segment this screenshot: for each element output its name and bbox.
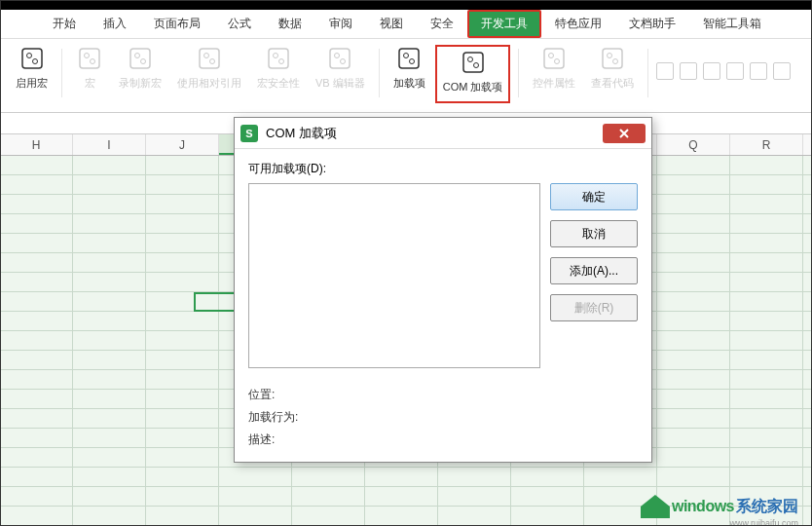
cell[interactable] bbox=[803, 351, 812, 370]
cell[interactable] bbox=[803, 175, 812, 195]
cell[interactable] bbox=[657, 351, 730, 370]
cell[interactable] bbox=[803, 331, 812, 351]
cell[interactable] bbox=[0, 448, 73, 468]
tab-11[interactable]: 智能工具箱 bbox=[689, 10, 775, 38]
cell[interactable] bbox=[73, 351, 146, 370]
cell[interactable] bbox=[0, 507, 73, 526]
cell[interactable] bbox=[803, 312, 812, 331]
cell[interactable] bbox=[73, 273, 146, 292]
column-header-J[interactable]: J bbox=[146, 134, 219, 155]
cell[interactable] bbox=[146, 331, 219, 351]
cell[interactable] bbox=[146, 487, 219, 507]
cell[interactable] bbox=[657, 273, 730, 292]
cell[interactable] bbox=[0, 273, 73, 292]
cell[interactable] bbox=[803, 448, 812, 468]
cell[interactable] bbox=[0, 331, 73, 351]
cell[interactable] bbox=[803, 468, 812, 487]
dialog-titlebar[interactable]: S COM 加载项 bbox=[235, 118, 651, 149]
cell[interactable] bbox=[803, 273, 812, 292]
cell[interactable] bbox=[657, 312, 730, 331]
cell[interactable] bbox=[0, 487, 73, 507]
cell[interactable] bbox=[657, 370, 730, 390]
ribbon-com-addins[interactable]: COM 加载项 bbox=[435, 45, 511, 103]
cell[interactable] bbox=[657, 195, 730, 214]
cell[interactable] bbox=[657, 468, 730, 487]
close-button[interactable] bbox=[603, 124, 646, 143]
cell[interactable] bbox=[365, 487, 438, 507]
cell[interactable] bbox=[146, 429, 219, 448]
table-row[interactable] bbox=[0, 468, 812, 487]
tab-9[interactable]: 特色应用 bbox=[541, 10, 615, 38]
cell[interactable] bbox=[657, 409, 730, 429]
cell[interactable] bbox=[730, 331, 803, 351]
ribbon-addins[interactable]: 加载项 bbox=[388, 45, 431, 103]
cell[interactable] bbox=[730, 156, 803, 175]
cell[interactable] bbox=[146, 507, 219, 526]
cell[interactable] bbox=[73, 390, 146, 409]
cell[interactable] bbox=[73, 253, 146, 273]
cell[interactable] bbox=[730, 429, 803, 448]
cell[interactable] bbox=[803, 253, 812, 273]
cell[interactable] bbox=[511, 507, 584, 526]
cell[interactable] bbox=[73, 370, 146, 390]
cell[interactable] bbox=[803, 214, 812, 234]
cell[interactable] bbox=[730, 351, 803, 370]
cell[interactable] bbox=[730, 273, 803, 292]
cell[interactable] bbox=[219, 507, 292, 526]
cell[interactable] bbox=[73, 214, 146, 234]
tab-2[interactable]: 页面布局 bbox=[140, 10, 214, 38]
cell[interactable] bbox=[0, 468, 73, 487]
cell[interactable] bbox=[146, 312, 219, 331]
cell[interactable] bbox=[730, 409, 803, 429]
cell[interactable] bbox=[803, 507, 812, 526]
cell[interactable] bbox=[146, 156, 219, 175]
cell[interactable] bbox=[73, 175, 146, 195]
tab-7[interactable]: 安全 bbox=[417, 10, 467, 38]
cell[interactable] bbox=[730, 253, 803, 273]
cell[interactable] bbox=[511, 468, 584, 487]
column-header-Q[interactable]: Q bbox=[657, 134, 730, 155]
cell[interactable] bbox=[365, 507, 438, 526]
cell[interactable] bbox=[657, 214, 730, 234]
cell[interactable] bbox=[438, 487, 511, 507]
tab-4[interactable]: 数据 bbox=[265, 10, 315, 38]
ok-button[interactable]: 确定 bbox=[550, 183, 638, 210]
cell[interactable] bbox=[146, 253, 219, 273]
cell[interactable] bbox=[0, 195, 73, 214]
cell[interactable] bbox=[73, 448, 146, 468]
cell[interactable] bbox=[730, 448, 803, 468]
cell[interactable] bbox=[146, 214, 219, 234]
cell[interactable] bbox=[0, 214, 73, 234]
cell[interactable] bbox=[657, 390, 730, 409]
cell[interactable] bbox=[0, 370, 73, 390]
cell[interactable] bbox=[73, 234, 146, 253]
cell[interactable] bbox=[730, 214, 803, 234]
cell[interactable] bbox=[730, 390, 803, 409]
cell[interactable] bbox=[146, 390, 219, 409]
tab-8[interactable]: 开发工具 bbox=[467, 10, 541, 38]
cell[interactable] bbox=[657, 448, 730, 468]
cell[interactable] bbox=[584, 468, 657, 487]
cell[interactable] bbox=[730, 234, 803, 253]
cell[interactable] bbox=[438, 468, 511, 487]
cell[interactable] bbox=[146, 448, 219, 468]
cell[interactable] bbox=[803, 234, 812, 253]
cell[interactable] bbox=[730, 195, 803, 214]
cell[interactable] bbox=[803, 370, 812, 390]
tab-3[interactable]: 公式 bbox=[214, 10, 265, 38]
tab-5[interactable]: 审阅 bbox=[315, 10, 366, 38]
cell[interactable] bbox=[219, 468, 292, 487]
cell[interactable] bbox=[0, 175, 73, 195]
cell[interactable] bbox=[146, 468, 219, 487]
cell[interactable] bbox=[73, 429, 146, 448]
cell[interactable] bbox=[803, 409, 812, 429]
cell[interactable] bbox=[657, 331, 730, 351]
cell[interactable] bbox=[73, 507, 146, 526]
cell[interactable] bbox=[73, 409, 146, 429]
column-header-R[interactable]: R bbox=[730, 134, 803, 155]
cell[interactable] bbox=[292, 487, 365, 507]
column-header-S[interactable]: S bbox=[803, 134, 812, 155]
cell[interactable] bbox=[730, 292, 803, 312]
cell[interactable] bbox=[73, 312, 146, 331]
cell[interactable] bbox=[146, 175, 219, 195]
